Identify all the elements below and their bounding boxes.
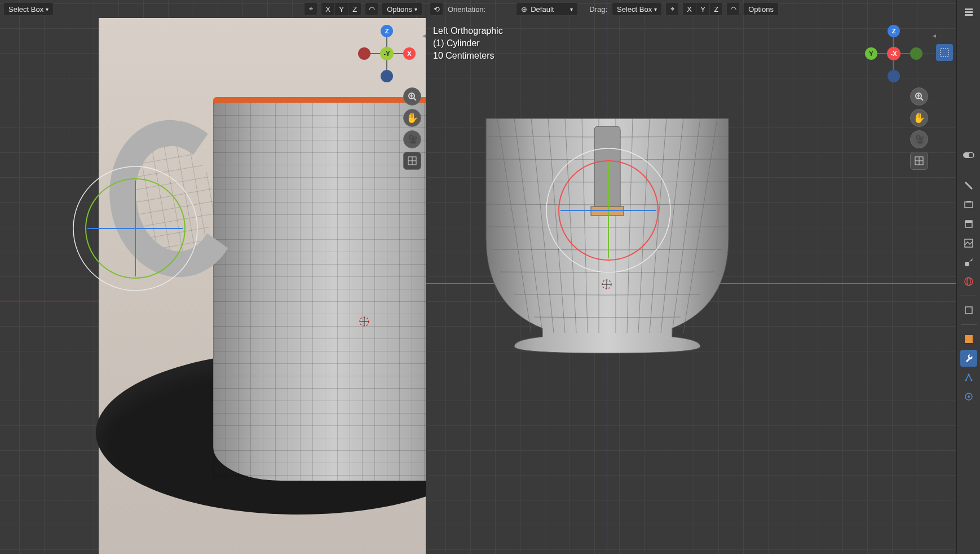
viewport-right[interactable]: ⟲ Orientation: ⊕ Default ▾ Drag: Select … [426, 0, 956, 554]
svg-rect-61 [965, 14, 973, 16]
proportional-icon: ◠ [369, 5, 375, 14]
axis-x-button[interactable]: X [682, 2, 696, 16]
svg-rect-51 [941, 49, 948, 56]
drag-label: Drag: [588, 5, 608, 14]
axis-z-button[interactable]: Z [348, 2, 361, 16]
axis-y-button[interactable]: Y [334, 2, 348, 16]
object-tab-icon[interactable] [960, 302, 977, 319]
options-dropdown[interactable]: Options ▾ [382, 2, 422, 16]
chevron-down-icon: ▾ [654, 6, 657, 12]
rotate-gizmo[interactable] [544, 146, 673, 277]
modifier-tab-icon[interactable] [960, 350, 977, 367]
gizmo-neg-z-handle[interactable] [381, 70, 393, 82]
svg-line-45 [921, 98, 923, 100]
svg-point-74 [965, 380, 966, 381]
viewport-controls-right: ✋ 🎥 [910, 87, 928, 170]
camera-icon[interactable]: 🎥 [910, 130, 928, 148]
item-panel-toggle[interactable] [960, 147, 977, 164]
scene-tab-icon[interactable] [960, 254, 977, 271]
perspective-toggle-icon[interactable] [403, 152, 421, 170]
svg-rect-64 [965, 202, 973, 208]
active-tool-indicator[interactable] [936, 44, 953, 61]
svg-rect-59 [965, 8, 973, 10]
pan-icon[interactable]: ✋ [910, 109, 928, 127]
viewport-left[interactable]: Select Box ▾ ⌖ X Y Z ◠ Options ▾ [0, 0, 426, 554]
properties-tab-rail [956, 0, 980, 554]
gizmo-neg-y-handle[interactable] [910, 47, 922, 60]
svg-point-73 [968, 374, 969, 376]
chevron-down-icon: ▾ [570, 6, 573, 12]
svg-point-71 [967, 278, 970, 285]
view-name: Left Orthographic [433, 25, 503, 37]
orientation-icon: ⟲ [434, 5, 440, 14]
svg-point-77 [968, 395, 970, 398]
axis-constraint-group: X Y Z [682, 2, 723, 16]
svg-rect-67 [965, 221, 972, 223]
viewport-header-right: ⟲ Orientation: ⊕ Default ▾ Drag: Select … [426, 0, 956, 18]
orientation-dropdown[interactable]: ⊕ Default ▾ [516, 2, 578, 16]
pan-icon[interactable]: ✋ [403, 109, 421, 127]
svg-line-8 [414, 98, 416, 100]
world-tab-icon[interactable] [960, 273, 977, 290]
axis-x-button[interactable]: X [321, 2, 334, 16]
options-dropdown[interactable]: Options [743, 2, 779, 16]
active-object: (1) Cylinder [433, 37, 503, 50]
drag-select-mode-dropdown[interactable]: Select Box ▾ [612, 2, 662, 16]
svg-text:-X: -X [891, 50, 898, 57]
tool-tab-icon[interactable] [960, 177, 977, 194]
navigation-gizmo[interactable]: Y Z -X [863, 23, 925, 85]
grid-scale: 10 Centimeters [433, 50, 503, 62]
area-split-handle[interactable]: ◂ [933, 32, 936, 39]
select-mode-label: Select Box [8, 5, 43, 14]
orientation-label: Orientation: [447, 5, 487, 14]
view-info-overlay: Left Orthographic (1) Cylinder 10 Centim… [433, 25, 503, 62]
svg-point-63 [969, 153, 973, 157]
options-label: Options [387, 5, 412, 14]
gizmo-neg-z-handle[interactable] [888, 70, 900, 82]
viewlayer-tab-icon[interactable] [960, 235, 977, 252]
snapping-toggle[interactable]: ⌖ [304, 2, 317, 16]
globe-icon: ⊕ [521, 5, 527, 14]
object-data-tab-icon[interactable] [960, 331, 977, 348]
render-tab-icon[interactable] [960, 196, 977, 213]
options-label: Options [748, 5, 774, 14]
viewport-header-left: Select Box ▾ ⌖ X Y Z ◠ Options ▾ [0, 0, 426, 18]
svg-point-75 [970, 380, 972, 381]
select-mode-dropdown[interactable]: Select Box ▾ [3, 2, 54, 16]
magnet-icon: ⌖ [309, 5, 313, 14]
perspective-toggle-icon[interactable] [910, 152, 928, 170]
proportional-edit-toggle[interactable]: ◠ [726, 2, 740, 16]
chevron-down-icon: ▾ [46, 6, 48, 12]
navigation-gizmo[interactable]: X Z -Y [356, 23, 418, 85]
area-split-handle[interactable]: ◂▸ [422, 32, 426, 39]
axis-y-button[interactable]: Y [696, 2, 709, 16]
svg-point-69 [965, 262, 969, 266]
axis-z-button[interactable]: Z [709, 2, 723, 16]
svg-rect-60 [965, 11, 973, 13]
zoom-icon[interactable] [910, 87, 928, 105]
particles-tab-icon[interactable] [960, 369, 977, 386]
cursor-3d [359, 316, 370, 327]
svg-text:-Y: -Y [384, 50, 391, 57]
zoom-icon[interactable] [403, 87, 421, 105]
options-icon[interactable] [960, 3, 977, 20]
cursor-3d [601, 279, 612, 290]
svg-text:X: X [407, 50, 412, 57]
physics-tab-icon[interactable] [960, 388, 977, 405]
proportional-edit-toggle[interactable]: ◠ [365, 2, 378, 16]
rotate-gizmo[interactable] [70, 164, 200, 295]
snapping-toggle[interactable]: ⌖ [665, 2, 679, 16]
output-tab-icon[interactable] [960, 216, 977, 232]
divider [961, 324, 977, 325]
magnet-icon: ⌖ [670, 5, 674, 14]
viewport-controls-left: ✋ 🎥 [403, 87, 421, 170]
drag-select-label: Select Box [617, 5, 652, 14]
svg-text:Z: Z [892, 28, 896, 34]
proportional-icon: ◠ [730, 5, 736, 14]
camera-icon[interactable]: 🎥 [403, 130, 421, 148]
chevron-down-icon: ▾ [414, 6, 417, 12]
orientation-icon-button[interactable]: ⟲ [430, 2, 443, 16]
gizmo-neg-x-handle[interactable] [358, 47, 370, 60]
svg-point-70 [965, 278, 973, 285]
svg-rect-72 [965, 307, 972, 314]
